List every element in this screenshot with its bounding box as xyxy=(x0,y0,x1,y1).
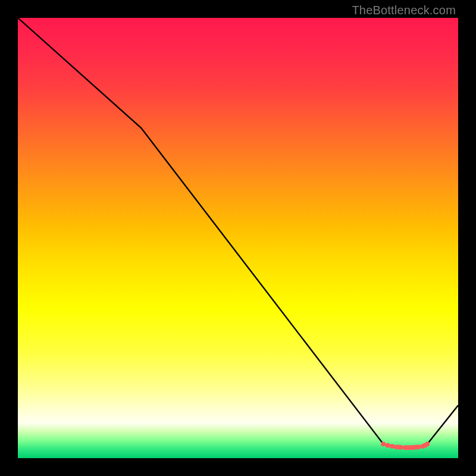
bottleneck-curve xyxy=(18,18,458,447)
marker-dot xyxy=(386,443,390,448)
marker-dot xyxy=(425,441,430,446)
chart-svg xyxy=(18,18,458,458)
marker-dot xyxy=(416,444,421,449)
marker-dot xyxy=(390,444,394,449)
attribution-text: TheBottleneck.com xyxy=(352,4,456,17)
plot-area xyxy=(18,18,458,458)
chart-frame: TheBottleneck.com xyxy=(0,0,476,476)
optimal-range-dots xyxy=(381,441,430,450)
marker-dot xyxy=(381,441,386,446)
marker-dot xyxy=(399,445,403,450)
